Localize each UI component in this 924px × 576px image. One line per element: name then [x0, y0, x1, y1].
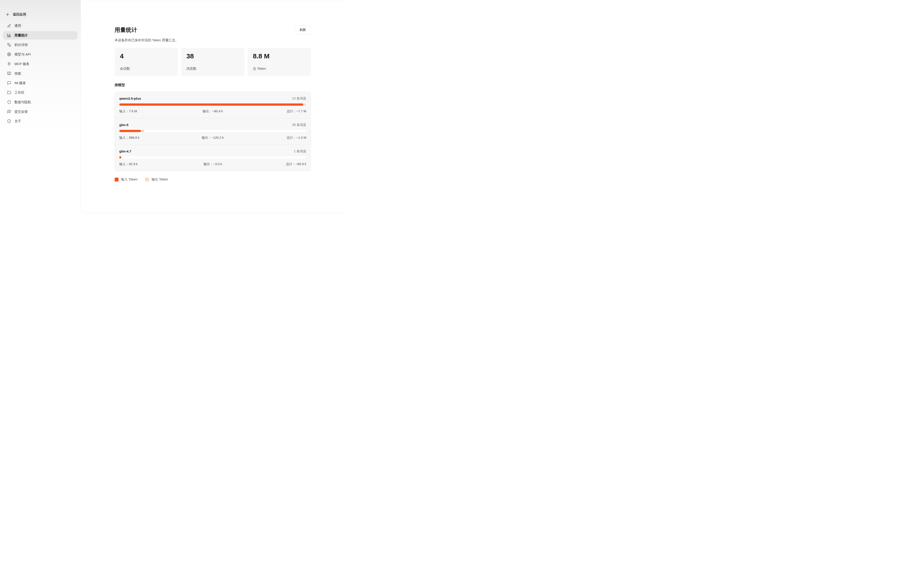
legend-label: 输入 Token [121, 178, 138, 182]
cpu-icon [7, 53, 11, 56]
model-name: glm-4.7 [119, 149, 131, 154]
by-model-heading: 按模型 [115, 83, 311, 88]
refresh-button[interactable]: 刷新 [295, 26, 311, 34]
model-total-tokens: 总计：~85.9 k [244, 162, 306, 166]
input-token-swatch [115, 178, 119, 182]
shield-icon [7, 100, 11, 104]
summary-cards: 4 会话数 38 消息数 8.8 M 总 Token [115, 48, 311, 76]
output-token-swatch [145, 178, 149, 182]
pencil-icon [7, 24, 11, 28]
output-token-bar-segment [141, 130, 144, 132]
sidebar-item-label: 工作区 [14, 91, 24, 95]
settings-sidebar: 返回应用 通用 用量统计 积分详情 [0, 0, 81, 215]
stat-label: 总 Token [253, 67, 306, 71]
sidebar-nav: 通用 用量统计 积分详情 模型与 API [0, 22, 81, 125]
model-message-count: 12 条消息 [292, 96, 306, 101]
stat-value: 4 [120, 53, 173, 60]
model-message-count: 25 条消息 [292, 123, 306, 127]
model-row: qwen3.5-plus 12 条消息 输入：7.6 M 输出：~80.4 k … [115, 92, 311, 118]
stat-card-messages: 38 消息数 [181, 48, 244, 76]
arrow-left-icon [6, 13, 10, 16]
folder-icon [7, 91, 11, 94]
main-panel: 用量统计 刷新 本设备所有已保存对话的 Token 用量汇总。 4 会话数 38… [81, 1, 344, 213]
app-window: 返回应用 通用 用量统计 积分详情 [0, 0, 344, 215]
sidebar-item-label: 关于 [14, 119, 21, 123]
sidebar-item-label: 提交反馈 [14, 110, 28, 114]
back-to-app-button[interactable]: 返回应用 [0, 13, 81, 17]
model-input-tokens: 输入：7.6 M [119, 109, 182, 114]
sidebar-item-label: 技能 [14, 72, 21, 76]
model-input-tokens: 输入：82.9 k [119, 162, 182, 166]
sidebar-item-skills[interactable]: 技能 [3, 69, 77, 78]
sidebar-item-workspace[interactable]: 工作区 [3, 88, 77, 97]
output-token-bar-segment [303, 104, 306, 106]
plug-icon [7, 62, 11, 66]
page-title: 用量统计 [115, 26, 137, 34]
input-token-bar-segment [119, 104, 303, 106]
sidebar-item-label: 积分详情 [14, 43, 28, 47]
stat-value: 38 [186, 53, 239, 60]
model-input-tokens: 输入：896.8 k [119, 136, 182, 140]
info-icon [7, 119, 11, 123]
input-token-bar-segment [119, 156, 121, 158]
model-output-tokens: 输出：~80.4 k [182, 109, 244, 114]
sidebar-item-mcp[interactable]: MCP 服务 [3, 60, 77, 68]
sidebar-item-label: MCP 服务 [14, 62, 29, 66]
model-row: glm-4.7 1 条消息 输入：82.9 k 输出：~3.0 k 总计：~85… [115, 144, 311, 171]
token-usage-bar [119, 104, 306, 106]
message-icon [7, 81, 11, 85]
sidebar-item-about[interactable]: 关于 [3, 117, 77, 125]
token-usage-bar [119, 156, 306, 158]
legend-item-input: 输入 Token [115, 178, 138, 182]
sidebar-item-label: 用量统计 [14, 33, 28, 37]
feedback-icon [7, 110, 11, 114]
sidebar-item-feedback[interactable]: 提交反馈 [3, 107, 77, 116]
sidebar-item-im-channels[interactable]: IM 频道 [3, 79, 77, 87]
book-open-icon [7, 72, 11, 75]
token-usage-bar [119, 130, 306, 132]
model-output-tokens: 输出：~120.2 k [182, 136, 244, 140]
model-usage-list: qwen3.5-plus 12 条消息 输入：7.6 M 输出：~80.4 k … [115, 92, 311, 171]
sidebar-item-label: IM 频道 [14, 81, 26, 85]
sidebar-item-label: 数据与隐私 [14, 100, 31, 104]
token-legend: 输入 Token 输出 Token [115, 178, 311, 182]
sidebar-item-models-api[interactable]: 模型与 API [3, 50, 77, 59]
model-name: qwen3.5-plus [119, 96, 141, 101]
stat-card-total-tokens: 8.8 M 总 Token [248, 48, 311, 76]
model-row: glm-5 25 条消息 输入：896.8 k 输出：~120.2 k 总计：~… [115, 118, 311, 144]
bar-chart-icon [7, 33, 11, 37]
sidebar-item-label: 模型与 API [14, 53, 30, 57]
model-total-tokens: 总计：~1.0 M [244, 136, 306, 140]
input-token-bar-segment [119, 130, 141, 132]
model-name: glm-5 [119, 123, 128, 127]
stat-card-sessions: 4 会话数 [115, 48, 178, 76]
sidebar-item-credits[interactable]: 积分详情 [3, 41, 77, 49]
stat-value: 8.8 M [253, 53, 306, 60]
output-token-bar-segment [121, 156, 122, 158]
sidebar-item-usage-stats[interactable]: 用量统计 [3, 31, 77, 40]
coins-icon [7, 43, 11, 47]
stat-label: 消息数 [186, 67, 239, 71]
sidebar-item-general[interactable]: 通用 [3, 22, 77, 30]
page-subtitle: 本设备所有已保存对话的 Token 用量汇总。 [115, 38, 311, 42]
model-message-count: 1 条消息 [294, 149, 306, 154]
legend-item-output: 输出 Token [145, 178, 168, 182]
legend-label: 输出 Token [151, 178, 168, 182]
stat-label: 会话数 [120, 67, 173, 71]
sidebar-item-label: 通用 [14, 24, 21, 28]
model-total-tokens: 总计：~7.7 M [244, 109, 306, 114]
back-to-app-label: 返回应用 [13, 13, 26, 17]
model-output-tokens: 输出：~3.0 k [182, 162, 244, 166]
sidebar-item-data-privacy[interactable]: 数据与隐私 [3, 98, 77, 106]
